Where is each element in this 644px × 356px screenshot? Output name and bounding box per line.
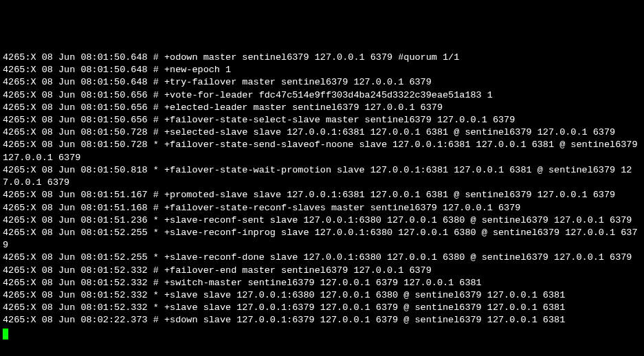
log-line: 4265:X 08 Jun 08:01:52.332 * +slave slav… bbox=[3, 290, 565, 300]
log-line: 4265:X 08 Jun 08:01:50.656 # +failover-s… bbox=[3, 115, 515, 125]
log-line: 4265:X 08 Jun 08:01:50.818 * +failover-s… bbox=[3, 165, 632, 188]
log-line: 4265:X 08 Jun 08:01:52.332 # +switch-mas… bbox=[3, 278, 482, 288]
log-line: 4265:X 08 Jun 08:01:52.255 * +slave-reco… bbox=[3, 227, 638, 250]
log-line: 4265:X 08 Jun 08:01:52.255 * +slave-reco… bbox=[3, 252, 632, 263]
log-line: 4265:X 08 Jun 08:01:51.236 * +slave-reco… bbox=[3, 215, 632, 225]
log-line: 4265:X 08 Jun 08:01:50.648 # +new-epoch … bbox=[3, 65, 231, 75]
log-line: 4265:X 08 Jun 08:01:50.728 # +selected-s… bbox=[3, 127, 615, 137]
log-line: 4265:X 08 Jun 08:01:51.167 # +promoted-s… bbox=[3, 190, 615, 200]
log-line: 4265:X 08 Jun 08:01:52.332 * +slave slav… bbox=[3, 302, 565, 313]
log-line: 4265:X 08 Jun 08:01:50.656 # +elected-le… bbox=[3, 102, 443, 113]
terminal-cursor[interactable] bbox=[3, 329, 8, 340]
log-line: 4265:X 08 Jun 08:01:50.656 # +vote-for-l… bbox=[3, 90, 493, 100]
log-line: 4265:X 08 Jun 08:01:51.168 # +failover-s… bbox=[3, 203, 520, 213]
log-line: 4265:X 08 Jun 08:01:52.332 # +failover-e… bbox=[3, 265, 432, 276]
log-line: 4265:X 08 Jun 08:01:50.648 # +try-failov… bbox=[3, 77, 432, 87]
log-line: 4265:X 08 Jun 08:01:50.648 # +odown mast… bbox=[3, 52, 459, 63]
log-line: 4265:X 08 Jun 08:01:50.728 * +failover-s… bbox=[3, 140, 643, 162]
log-line: 4265:X 08 Jun 08:02:22.373 # +sdown slav… bbox=[3, 315, 565, 325]
terminal-output: 4265:X 08 Jun 08:01:50.648 # +odown mast… bbox=[3, 52, 641, 340]
